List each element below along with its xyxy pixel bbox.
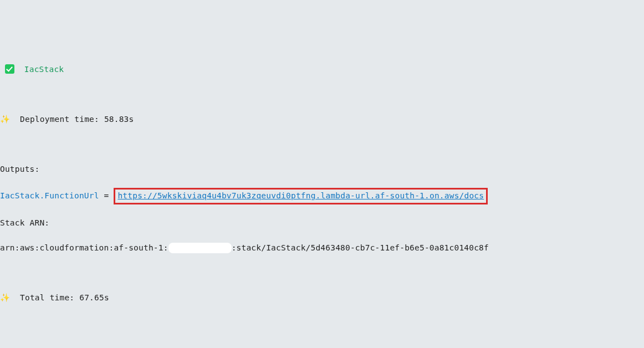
redacted-account-id bbox=[168, 243, 232, 253]
function-url-link[interactable]: https://5wkskiviaq4u4bv7uk3zqeuvdi0ptfng… bbox=[117, 191, 484, 200]
outputs-label: Outputs: bbox=[0, 163, 644, 175]
stack-arn-line: arn:aws:cloudformation:af-south-1::stack… bbox=[0, 242, 644, 254]
blank-line bbox=[0, 267, 644, 279]
sparkle-icon: ✨ bbox=[0, 115, 10, 124]
total-time-value: 67.65s bbox=[79, 293, 109, 302]
blank-line bbox=[0, 88, 644, 100]
highlighted-url-box: https://5wkskiviaq4u4bv7uk3zqeuvdi0ptfng… bbox=[114, 188, 488, 204]
output-key: IacStack.FunctionUrl bbox=[0, 191, 99, 200]
deployment-time-line: ✨ Deployment time: 58.83s bbox=[0, 113, 644, 125]
deployment-time-label: Deployment time: bbox=[10, 115, 104, 124]
total-time-label: Total time: bbox=[10, 293, 79, 302]
stack-name: IacStack bbox=[24, 65, 64, 74]
check-icon bbox=[5, 64, 14, 74]
stack-arn-label: Stack ARN: bbox=[0, 217, 644, 229]
blank-line bbox=[0, 316, 644, 329]
output-function-url-line: IacStack.FunctionUrl = https://5wkskivia… bbox=[0, 188, 644, 204]
blank-line bbox=[0, 138, 644, 150]
arn-prefix: arn:aws:cloudformation:af-south-1: bbox=[0, 243, 168, 252]
stack-status-line: IacStack bbox=[0, 63, 644, 75]
total-time-line: ✨ Total time: 67.65s bbox=[0, 291, 644, 304]
output-equals: = bbox=[99, 191, 114, 200]
deployment-time-value: 58.83s bbox=[104, 115, 134, 124]
terminal-output: IacStack ✨ Deployment time: 58.83s Outpu… bbox=[0, 50, 644, 348]
arn-suffix: :stack/IacStack/5d463480-cb7c-11ef-b6e5-… bbox=[232, 243, 489, 252]
blank-line bbox=[0, 341, 644, 348]
sparkle-icon: ✨ bbox=[0, 293, 10, 302]
